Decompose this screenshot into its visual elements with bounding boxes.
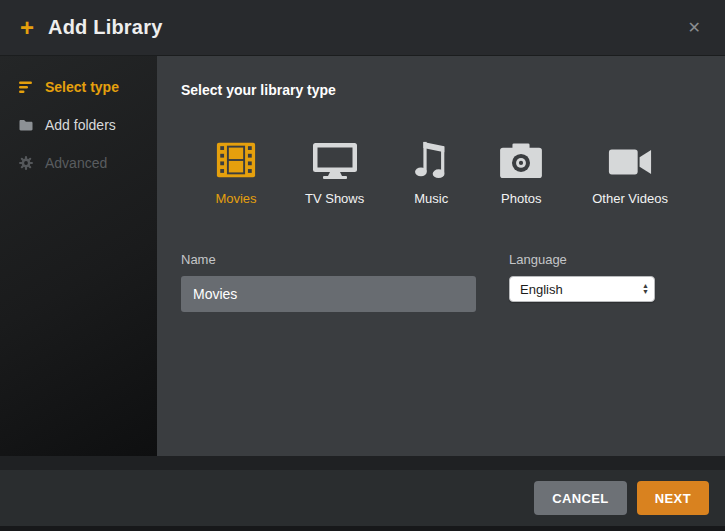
library-type-row: Movies TV Shows (215, 134, 701, 206)
library-type-other-videos[interactable]: Other Videos (592, 134, 668, 206)
language-field-label: Language (509, 252, 655, 267)
next-button[interactable]: NEXT (637, 481, 709, 515)
music-note-icon (412, 134, 450, 180)
name-field-block: Name (181, 252, 476, 312)
library-type-label: Movies (215, 191, 256, 206)
sidebar-item-select-type[interactable]: Select type (0, 68, 157, 106)
language-select-value: English (520, 282, 563, 297)
library-type-photos[interactable]: Photos (498, 134, 544, 206)
select-type-panel: Select your library type (157, 56, 725, 456)
close-icon[interactable]: ✕ (684, 14, 705, 41)
film-icon (215, 134, 257, 180)
library-type-movies[interactable]: Movies (215, 134, 257, 206)
sidebar-item-add-folders[interactable]: Add folders (0, 106, 157, 144)
dialog-title: Add Library (48, 16, 162, 39)
panel-heading: Select your library type (181, 82, 701, 98)
dialog-header: + Add Library ✕ (0, 0, 725, 56)
cancel-button[interactable]: CANCEL (534, 481, 627, 515)
add-library-dialog: + Add Library ✕ Select type (0, 0, 725, 531)
library-type-label: TV Shows (305, 191, 364, 206)
library-type-tv-shows[interactable]: TV Shows (305, 134, 364, 206)
library-type-label: Photos (501, 191, 541, 206)
footer-divider (0, 456, 725, 470)
select-stepper-icon: ▲▼ (642, 283, 649, 295)
fields-row: Name Language English ▲▼ (181, 252, 701, 312)
list-filter-icon (18, 79, 34, 95)
dialog-footer: CANCEL NEXT (0, 470, 725, 526)
sidebar-item-label: Advanced (45, 155, 107, 171)
wizard-steps-sidebar: Select type Add folders (0, 56, 157, 456)
name-input[interactable] (181, 276, 476, 312)
library-type-label: Other Videos (592, 191, 668, 206)
video-camera-icon (607, 134, 653, 180)
camera-icon (498, 134, 544, 180)
sidebar-item-label: Add folders (45, 117, 116, 133)
dialog-body: Select type Add folders (0, 56, 725, 456)
gear-icon (18, 155, 34, 171)
tv-icon (311, 134, 359, 180)
name-field-label: Name (181, 252, 476, 267)
language-field-block: Language English ▲▼ (509, 252, 655, 302)
add-icon: + (20, 16, 34, 40)
sidebar-item-label: Select type (45, 79, 119, 95)
sidebar-item-advanced[interactable]: Advanced (0, 144, 157, 182)
language-select[interactable]: English ▲▼ (509, 276, 655, 302)
library-type-label: Music (414, 191, 448, 206)
library-type-music[interactable]: Music (412, 134, 450, 206)
folder-icon (18, 117, 34, 133)
bottom-edge (0, 526, 725, 531)
